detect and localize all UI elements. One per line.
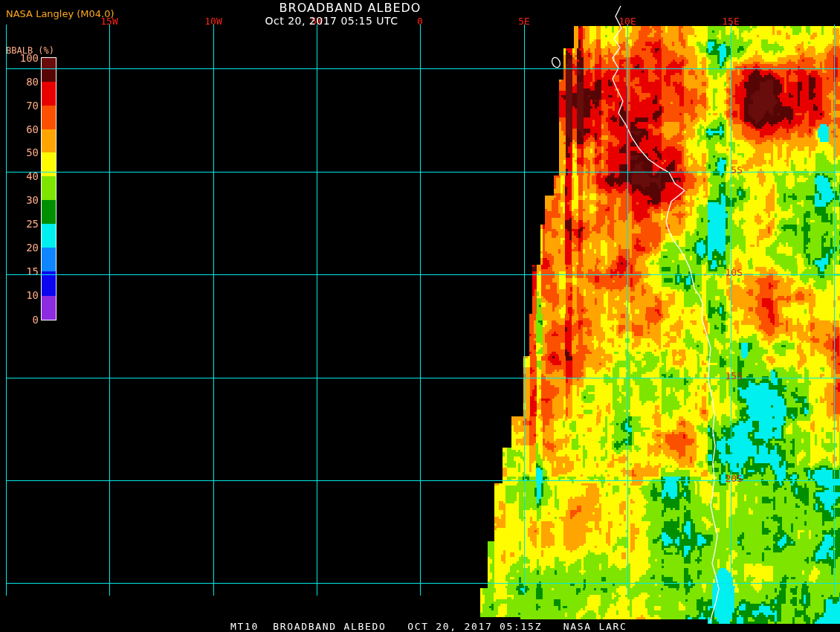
- legend-value-15: 15: [4, 265, 39, 277]
- legend-value-60: 60: [4, 123, 39, 135]
- source-label: NASA Langley (M04.0): [6, 8, 114, 19]
- legend-colorbar: [41, 57, 56, 320]
- grid-hline: [6, 68, 840, 69]
- page-title: BROADBAND ALBEDO: [239, 1, 462, 15]
- grid-vline: [420, 25, 421, 596]
- legend-segment: [42, 152, 56, 176]
- legend-value-30: 30: [4, 194, 39, 206]
- lat-label-5S: 5S: [707, 164, 743, 175]
- lat-label-15S: 15S: [707, 370, 743, 381]
- grid-vline: [213, 25, 214, 596]
- legend-segment: [42, 106, 56, 129]
- legend-value-10: 10: [4, 289, 39, 301]
- legend-segment: [42, 248, 56, 271]
- legend-segment: [42, 296, 56, 320]
- grid-vline: [6, 25, 7, 596]
- legend-value-50: 50: [4, 146, 39, 158]
- legend-value-70: 70: [4, 100, 39, 112]
- lon-label-15E: 15E: [708, 16, 753, 27]
- grid-vline: [834, 25, 835, 596]
- footer-status-line: MT10 BROADBAND ALBEDO OCT 20, 2017 05:15…: [230, 621, 627, 632]
- grid-hline: [6, 583, 840, 584]
- legend-segment: [42, 82, 56, 106]
- legend-value-0: 0: [4, 314, 39, 326]
- legend-value-25: 25: [4, 218, 39, 230]
- lat-label-20S: 20S: [707, 473, 743, 484]
- grid-vline: [109, 25, 110, 596]
- lat-label-10S: 10S: [707, 267, 743, 278]
- page-datetime: Oct 20, 2017 05:15 UTC: [220, 15, 443, 27]
- grid-vline: [627, 25, 628, 596]
- lon-label-10E: 10E: [605, 16, 650, 27]
- legend-title: BBALB (%): [6, 45, 54, 56]
- lon-label-5E: 5E: [502, 16, 546, 27]
- grid-vline: [317, 25, 317, 596]
- legend-segment: [42, 129, 56, 152]
- coastline-path: [613, 6, 719, 623]
- legend-segment: [42, 200, 56, 224]
- grid-vline: [731, 25, 731, 596]
- legend-value-20: 20: [4, 242, 39, 254]
- island-outline: [551, 57, 562, 69]
- legend-segment: [42, 176, 56, 200]
- legend-segment: [42, 70, 56, 82]
- legend-segment: [42, 224, 56, 248]
- grid-vline: [524, 25, 525, 596]
- legend-value-80: 80: [4, 76, 39, 88]
